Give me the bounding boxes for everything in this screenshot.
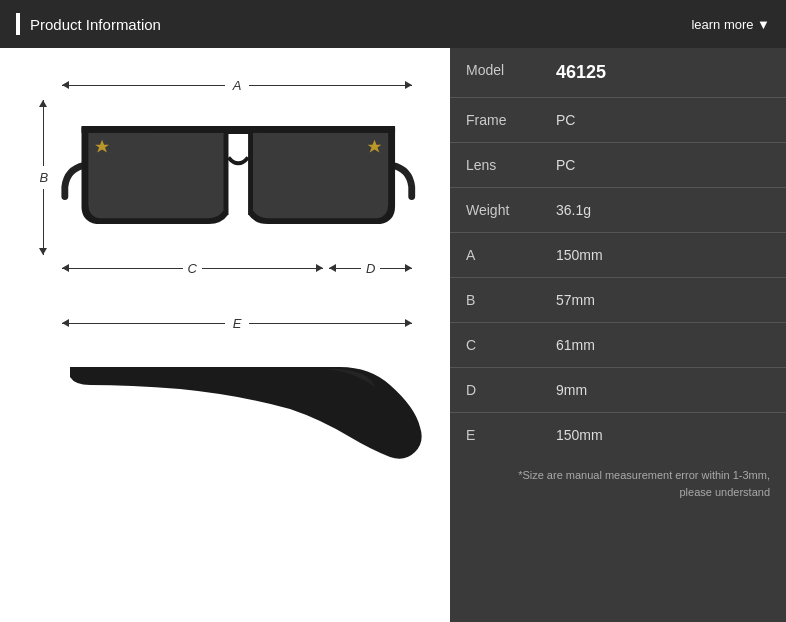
dim-b-label: B	[39, 166, 48, 189]
glasses-front-svg	[57, 97, 420, 257]
spec-row: Weight 36.1g	[450, 188, 786, 233]
spec-label: D	[450, 368, 540, 412]
glasses-side-svg	[60, 337, 450, 477]
spec-label: A	[450, 233, 540, 277]
spec-row: C 61mm	[450, 323, 786, 368]
spec-row: A 150mm	[450, 233, 786, 278]
spec-value: PC	[540, 143, 786, 187]
left-panel: A B	[0, 48, 450, 622]
right-panel: Model 46125 Frame PC Lens PC Weight 36.1…	[450, 48, 786, 622]
side-view-diagram: E	[30, 316, 420, 481]
page-title: Product Information	[30, 16, 161, 33]
spec-label: B	[450, 278, 540, 322]
spec-value: PC	[540, 98, 786, 142]
spec-row: E 150mm	[450, 413, 786, 457]
learn-more-link[interactable]: learn more ▼	[691, 17, 770, 32]
front-view-diagram: A B	[30, 68, 420, 296]
header-left: Product Information	[16, 13, 161, 35]
spec-value-model: 46125	[540, 48, 786, 97]
header-bar-decoration	[16, 13, 20, 35]
spec-value: 57mm	[540, 278, 786, 322]
dim-c-label: C	[183, 261, 202, 276]
spec-label: E	[450, 413, 540, 457]
spec-row: B 57mm	[450, 278, 786, 323]
spec-row: Lens PC	[450, 143, 786, 188]
main-content: A B	[0, 48, 786, 622]
dim-d-label: D	[361, 261, 380, 276]
spec-label: Weight	[450, 188, 540, 232]
spec-note: *Size are manual measurement error withi…	[450, 457, 786, 510]
spec-row: Frame PC	[450, 98, 786, 143]
spec-value: 150mm	[540, 233, 786, 277]
spec-label-model: Model	[450, 48, 540, 97]
spec-value: 36.1g	[540, 188, 786, 232]
spec-label: Frame	[450, 98, 540, 142]
page-header: Product Information learn more ▼	[0, 0, 786, 48]
dim-e-label: E	[225, 316, 250, 331]
spec-value: 150mm	[540, 413, 786, 457]
spec-value: 9mm	[540, 368, 786, 412]
spec-label: C	[450, 323, 540, 367]
spec-row: D 9mm	[450, 368, 786, 413]
spec-value: 61mm	[540, 323, 786, 367]
dim-a-label: A	[225, 78, 250, 93]
spec-row-model: Model 46125	[450, 48, 786, 98]
spec-label: Lens	[450, 143, 540, 187]
